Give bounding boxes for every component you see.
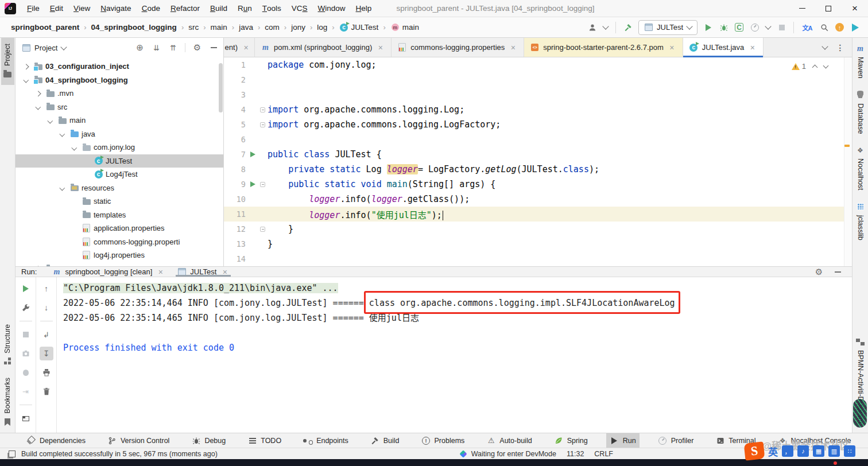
console-output[interactable]: "C:\Program Files\Java\jdk1.8.0_211\bin\… (57, 277, 852, 444)
menu-refactor[interactable]: Refactor (165, 0, 205, 17)
toolwindow-version-control[interactable]: Version Control (104, 433, 173, 448)
run-action-scrollend[interactable] (40, 347, 53, 360)
maximize-button[interactable] (815, 0, 842, 17)
tool-stripe-project[interactable]: Project (1, 38, 14, 85)
menu-view[interactable]: View (68, 0, 95, 17)
stop-button[interactable] (777, 22, 786, 32)
tree-item-log4jtest[interactable]: Log4jTest (16, 168, 223, 181)
translate-icon[interactable] (801, 22, 813, 32)
tab-close-icon[interactable] (220, 267, 230, 277)
run-configuration-select[interactable]: JULTest (638, 20, 698, 35)
menu-edit[interactable]: Edit (45, 0, 68, 17)
toolwindow-todo[interactable]: TODO (244, 433, 285, 448)
chevron-right-icon[interactable] (36, 91, 41, 96)
run-button[interactable] (703, 22, 713, 32)
warning-stripe-mark[interactable] (844, 145, 850, 147)
chevron-right-icon[interactable] (24, 64, 29, 69)
user-profile-icon[interactable] (587, 22, 597, 32)
expand-all-icon[interactable] (152, 43, 161, 53)
tool-stripe-maven[interactable]: Maven (854, 38, 867, 84)
tree-item-java[interactable]: java (16, 127, 223, 141)
chevron-down-icon[interactable] (60, 131, 65, 137)
tab-options-icon[interactable] (835, 42, 845, 52)
tool-stripe-database[interactable]: Database (854, 84, 867, 140)
run-action-play[interactable] (19, 282, 33, 296)
tree-item-item[interactable] (16, 262, 223, 267)
menu-tools[interactable]: Tools (257, 0, 286, 17)
editor-tab-pom-xml-springboot-logging[interactable]: pom.xml (springboot_logging) (255, 38, 392, 57)
build-hammer-icon[interactable] (623, 22, 633, 32)
tree-item-templates[interactable]: templates (16, 208, 223, 222)
breadcrumb-java[interactable]: java (238, 22, 254, 33)
breadcrumb-main[interactable]: main (210, 22, 228, 33)
tree-item-jultest[interactable]: JULTest (16, 154, 223, 168)
project-scrollbar[interactable] (219, 63, 223, 112)
run-action-softwrap[interactable] (40, 328, 53, 341)
editor-tab-ent[interactable]: ent) (224, 38, 255, 57)
status-11-32[interactable]: 11:32 (567, 450, 584, 458)
colored-play-icon[interactable] (850, 22, 860, 32)
run-line-icon[interactable] (250, 181, 255, 187)
toolwindow-problems[interactable]: Problems (418, 433, 468, 448)
breadcrumb-src[interactable]: src (188, 22, 199, 33)
menu-code[interactable]: Code (137, 0, 165, 17)
profiler-dropdown-icon[interactable] (765, 22, 771, 32)
menu-build[interactable]: Build (205, 0, 232, 17)
chevron-down-icon[interactable] (72, 145, 77, 150)
editor-tab-jultest-java[interactable]: JULTest.java (683, 38, 764, 57)
breadcrumb-jony[interactable]: jony (290, 22, 306, 33)
tab-close-icon[interactable] (508, 42, 518, 52)
tree-item-resources[interactable]: resources (16, 181, 223, 195)
tree-item-03-configuration-inject[interactable]: 03_configuration_inject (16, 60, 223, 73)
tab-close-icon[interactable] (241, 42, 251, 52)
run-settings-icon[interactable] (814, 267, 824, 277)
tree-item-log4j-properties[interactable]: log4j.properties (16, 248, 223, 262)
tab-close-icon[interactable] (375, 42, 385, 52)
profiler-button[interactable] (750, 22, 760, 32)
minimize-button[interactable] (789, 0, 815, 17)
breadcrumb-04-springboot-logging[interactable]: 04_springboot_logging (91, 22, 177, 33)
toolwindow-dependencies[interactable]: Dependencies (23, 433, 89, 448)
toolwindow-auto-build[interactable]: Auto-build (483, 433, 535, 448)
menu-window[interactable]: Window (313, 0, 351, 17)
tab-close-icon[interactable] (667, 42, 677, 52)
breadcrumb-main[interactable]: main (390, 21, 420, 33)
breadcrumb-springboot-parent[interactable]: springboot_parent (10, 22, 80, 33)
run-action-wrench[interactable] (19, 301, 33, 314)
run-action-printer[interactable] (40, 366, 53, 379)
tool-stripe-nocalhost[interactable]: Nocalhost (854, 139, 867, 196)
toolwindow-spring[interactable]: Spring (551, 433, 591, 448)
update-icon[interactable] (835, 22, 844, 32)
user-dropdown-icon[interactable] (603, 22, 609, 32)
tree-item-04-springboot-logging[interactable]: 04_springboot_logging (16, 73, 223, 87)
project-view-dropdown-icon[interactable] (61, 43, 67, 53)
run-action-camera[interactable] (19, 347, 33, 360)
tree-item-commons-logging-properti[interactable]: commons-logging.properti (16, 235, 223, 249)
chevron-down-icon[interactable] (24, 77, 29, 83)
fold-marker-icon[interactable] (260, 227, 265, 232)
chevron-down-icon[interactable] (48, 118, 53, 123)
breadcrumb-com[interactable]: com (264, 22, 280, 33)
editor-tab-spring-boot-starter-parent-2-6-7-pom[interactable]: spring-boot-starter-parent-2.6.7.pom (524, 38, 683, 57)
fold-marker-icon[interactable] (260, 122, 265, 127)
status-waiting-for-enter-devmode[interactable]: Waiting for enter DevMode (459, 449, 556, 459)
toolwindow-profiler[interactable]: Profiler (654, 433, 698, 448)
run-action-layout[interactable] (19, 411, 33, 425)
hide-panel-icon[interactable] (209, 43, 219, 53)
run-action-stop[interactable] (19, 328, 33, 341)
project-settings-icon[interactable] (192, 43, 202, 53)
status-crlf[interactable]: CRLF (594, 450, 613, 458)
toolwindow-endpoints[interactable]: Endpoints (300, 433, 352, 448)
search-everywhere-icon[interactable] (819, 22, 829, 32)
menu-file[interactable]: File (22, 0, 45, 17)
toolwindow-debug[interactable]: Debug (188, 433, 229, 448)
tree-item-mvn[interactable]: .mvn (16, 87, 223, 100)
toolwindow-build[interactable]: Build (367, 433, 403, 448)
close-button[interactable]: × (842, 0, 868, 17)
run-action-attach[interactable] (19, 385, 33, 398)
hide-run-panel-icon[interactable] (833, 267, 843, 277)
run-tab-springboot-logging-clean[interactable]: springboot_logging [clean] (46, 267, 171, 277)
tree-item-main[interactable]: main (16, 114, 223, 127)
locate-file-icon[interactable] (135, 43, 145, 53)
run-action-trash[interactable] (40, 385, 53, 398)
